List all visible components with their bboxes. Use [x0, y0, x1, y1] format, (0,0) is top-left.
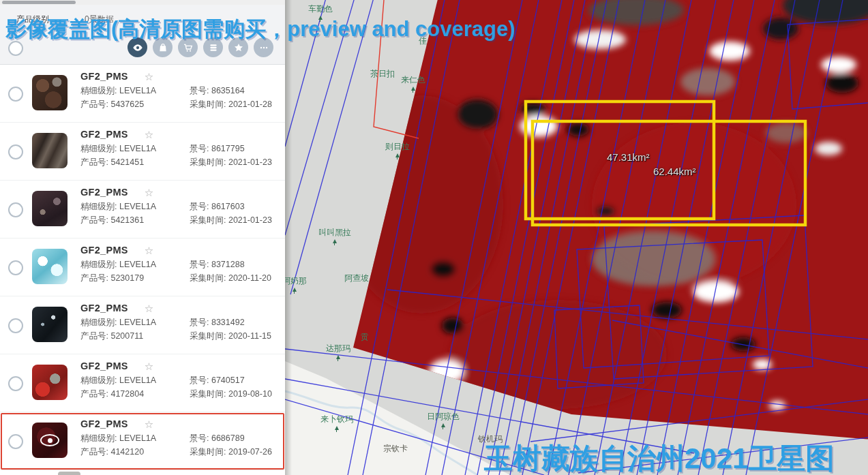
product-title: GF2_PMS — [80, 418, 128, 429]
product-title: GF2_PMS — [80, 187, 128, 198]
product-no: 产品号: 4142120 — [80, 446, 190, 460]
horizontal-scrollbar[interactable] — [2, 1, 76, 4]
product-list: GF2_PMS ☆ 精细级别: LEVEL1A 景号: 8635164 产品号:… — [0, 65, 285, 470]
product-level: 精细级别: LEVEL1A — [80, 201, 190, 215]
product-collect-time: 采集时间: 2021-01-23 — [190, 215, 280, 228]
product-thumbnail[interactable] — [32, 365, 68, 400]
cart-button[interactable] — [178, 37, 198, 57]
more-button[interactable] — [254, 37, 273, 57]
product-title: GF2_PMS — [80, 129, 128, 140]
product-level: 精细级别: LEVEL1A — [80, 85, 190, 99]
product-info: GF2_PMS ☆ 精细级别: LEVEL1A 景号: 8617603 产品号:… — [80, 187, 280, 228]
star-icon — [233, 42, 244, 53]
product-info: GF2_PMS ☆ 精细级别: LEVEL1A 景号: 8331492 产品号:… — [80, 303, 280, 344]
product-level: 精细级别: LEVEL1A — [80, 375, 190, 388]
map-graphics — [285, 0, 868, 475]
favorite-star-icon[interactable]: ☆ — [145, 245, 153, 256]
product-collect-time: 采集时间: 2019-08-10 — [190, 388, 280, 402]
product-sidebar: 产品级别 0景数据 GF2_PMS ☆ 精细级别: LEVEL1A 景号: 86… — [0, 0, 285, 475]
product-info: GF2_PMS ☆ 精细级别: LEVEL1A 景号: 6740517 产品号:… — [80, 361, 280, 402]
product-no: 产品号: 5230179 — [80, 273, 190, 286]
product-radio[interactable] — [8, 376, 23, 391]
favorite-star-icon[interactable]: ☆ — [145, 129, 153, 140]
favorite-star-icon[interactable]: ☆ — [145, 187, 153, 198]
product-radio[interactable] — [8, 144, 23, 159]
product-radio[interactable] — [8, 318, 23, 333]
product-radio[interactable] — [8, 202, 23, 217]
product-thumbnail[interactable] — [32, 191, 68, 226]
product-list-item[interactable]: GF2_PMS ☆ 精细级别: LEVEL1A 景号: 8331492 产品号:… — [0, 296, 285, 354]
preview-eye-button[interactable] — [128, 37, 147, 57]
result-count-label: 0景数据 — [85, 14, 114, 25]
product-collect-time: 采集时间: 2020-11-20 — [190, 273, 280, 286]
product-radio[interactable] — [8, 87, 23, 102]
eye-icon — [132, 42, 143, 53]
product-level: 精细级别: LEVEL1A — [80, 317, 190, 331]
favorite-star-icon[interactable]: ☆ — [145, 72, 153, 82]
product-scene-no: 景号: 8635164 — [190, 85, 280, 99]
product-thumbnail[interactable] — [32, 249, 68, 284]
shopping-bag-icon — [158, 42, 168, 53]
favorite-star-icon[interactable]: ☆ — [145, 419, 153, 429]
layers-icon — [208, 42, 219, 53]
product-no: 产品号: 5437625 — [80, 99, 190, 112]
map-canvas[interactable]: 车勤色 佳 茶日扣 来仁色 则目拉 叫叫黑拉 阿奶那 阿查坡 贡 达那玛 来卜钦… — [285, 0, 868, 475]
product-list-item[interactable]: GF2_PMS ☆ 精细级别: LEVEL1A 景号: 6740517 产品号:… — [0, 354, 285, 412]
product-no: 产品号: 5421451 — [80, 157, 190, 170]
order-bag-button[interactable] — [153, 37, 173, 57]
product-title: GF2_PMS — [80, 361, 128, 371]
product-scene-no: 景号: 8617603 — [190, 201, 280, 215]
product-info: GF2_PMS ☆ 精细级别: LEVEL1A 景号: 8371288 产品号:… — [80, 245, 280, 286]
ellipsis-icon — [258, 42, 269, 53]
product-no: 产品号: 5200711 — [80, 331, 190, 344]
sidebar-toolbar — [128, 37, 273, 57]
product-collect-time: 采集时间: 2021-01-28 — [190, 99, 280, 112]
product-thumbnail[interactable] — [32, 75, 68, 110]
product-level: 精细级别: LEVEL1A — [80, 433, 190, 446]
product-list-item[interactable]: GF2_PMS ☆ 精细级别: LEVEL1A 景号: 6686789 产品号:… — [0, 412, 285, 470]
product-info: GF2_PMS ☆ 精细级别: LEVEL1A 景号: 8635164 产品号:… — [80, 71, 280, 112]
product-level-filter[interactable]: 产品级别 — [16, 14, 49, 25]
product-list-item[interactable]: GF2_PMS ☆ 精细级别: LEVEL1A 景号: 8635164 产品号:… — [0, 65, 285, 123]
cart-icon — [183, 42, 194, 53]
product-radio[interactable] — [8, 260, 23, 275]
product-no: 产品号: 5421361 — [80, 215, 190, 228]
product-collect-time: 采集时间: 2021-01-23 — [190, 157, 280, 170]
product-collect-time: 采集时间: 2020-11-15 — [190, 331, 280, 344]
product-title: GF2_PMS — [80, 303, 128, 313]
product-no: 产品号: 4172804 — [80, 388, 190, 402]
horizontal-scrollbar-track — [0, 0, 285, 5]
product-thumbnail[interactable] — [32, 423, 68, 458]
eye-icon — [32, 423, 68, 458]
product-info: GF2_PMS ☆ 精细级别: LEVEL1A 景号: 6686789 产品号:… — [80, 418, 280, 460]
product-radio[interactable] — [8, 434, 23, 449]
favorite-star-icon[interactable]: ☆ — [145, 361, 153, 371]
product-title: GF2_PMS — [80, 71, 128, 82]
product-level: 精细级别: LEVEL1A — [80, 143, 190, 157]
layers-button[interactable] — [203, 37, 223, 57]
product-thumbnail[interactable] — [32, 307, 68, 342]
product-info: GF2_PMS ☆ 精细级别: LEVEL1A 景号: 8617795 产品号:… — [80, 129, 280, 170]
product-thumbnail[interactable] — [32, 133, 68, 168]
product-title: GF2_PMS — [80, 245, 128, 256]
product-list-item[interactable]: GF2_PMS ☆ 精细级别: LEVEL1A 景号: 8617795 产品号:… — [0, 123, 285, 181]
product-scene-no: 景号: 8331492 — [190, 317, 280, 331]
product-scene-no: 景号: 8371288 — [190, 259, 280, 273]
product-scene-no: 景号: 6740517 — [190, 375, 280, 388]
sidebar-header: 产品级别 0景数据 — [0, 5, 285, 65]
favorite-star-icon[interactable]: ☆ — [145, 303, 153, 313]
product-scene-no: 景号: 6686789 — [190, 433, 280, 446]
product-list-item[interactable]: GF2_PMS ☆ 精细级别: LEVEL1A 景号: 8617603 产品号:… — [0, 181, 285, 239]
select-all-radio[interactable] — [8, 41, 23, 56]
product-level: 精细级别: LEVEL1A — [80, 259, 190, 273]
product-list-item[interactable]: GF2_PMS ☆ 精细级别: LEVEL1A 景号: 8371288 产品号:… — [0, 239, 285, 296]
product-scene-no: 景号: 8617795 — [190, 143, 280, 157]
next-item-sliver — [58, 472, 80, 475]
favorite-button[interactable] — [228, 37, 248, 57]
product-collect-time: 采集时间: 2019-07-26 — [190, 446, 280, 460]
